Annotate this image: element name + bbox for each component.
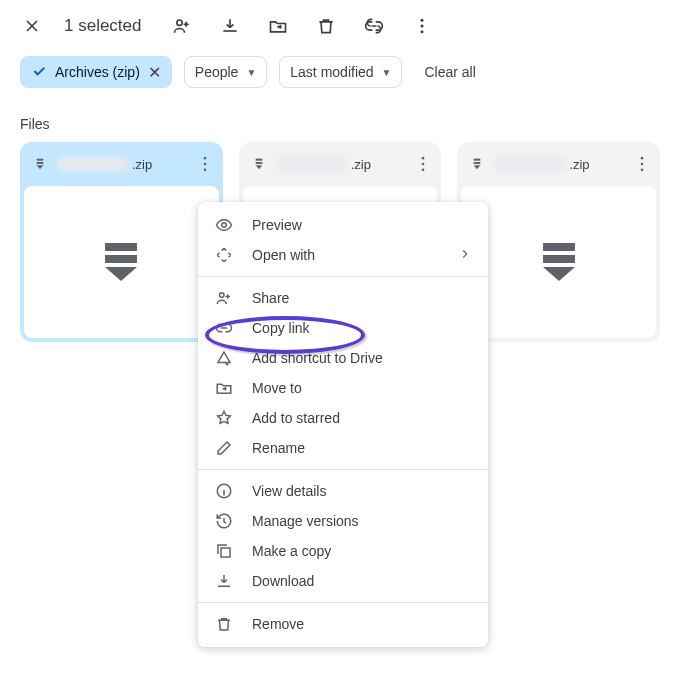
link-icon (214, 318, 234, 338)
chip-clear-icon[interactable]: ✕ (148, 63, 161, 82)
caret-down-icon: ▼ (382, 67, 392, 78)
context-menu: Preview Open with Share Copy link Add sh… (198, 202, 488, 647)
file-more-icon[interactable] (195, 154, 215, 174)
files-section-label: Files (0, 96, 680, 142)
menu-label: Copy link (252, 320, 310, 336)
menu-label: Add to starred (252, 410, 340, 426)
svg-rect-16 (474, 159, 481, 161)
file-name: .zip (277, 157, 404, 172)
file-more-icon[interactable] (413, 154, 433, 174)
svg-rect-11 (255, 162, 262, 164)
svg-rect-25 (221, 548, 230, 557)
menu-copy-link[interactable]: Copy link (198, 313, 488, 343)
check-icon (31, 63, 47, 82)
filter-chip-people-label: People (195, 64, 239, 80)
svg-point-14 (422, 163, 425, 166)
svg-point-19 (641, 157, 644, 160)
download-icon[interactable] (218, 14, 242, 38)
svg-point-0 (176, 20, 181, 25)
menu-label: View details (252, 483, 326, 499)
chevron-right-icon (458, 247, 472, 264)
file-more-icon[interactable] (632, 154, 652, 174)
menu-make-copy[interactable]: Make a copy (198, 536, 488, 566)
redacted-name (58, 157, 128, 171)
more-icon[interactable] (410, 14, 434, 38)
selected-count: 1 selected (64, 16, 142, 36)
menu-rename[interactable]: Rename (198, 433, 488, 463)
svg-rect-5 (37, 162, 44, 164)
file-ext: .zip (132, 157, 152, 172)
menu-label: Move to (252, 380, 302, 396)
eye-icon (214, 215, 234, 235)
menu-share[interactable]: Share (198, 283, 488, 313)
caret-down-icon: ▼ (246, 67, 256, 78)
file-card[interactable]: .zip (20, 142, 223, 342)
filter-chip-people[interactable]: People ▼ (184, 56, 268, 88)
file-thumbnail (24, 186, 219, 338)
menu-label: Rename (252, 440, 305, 456)
menu-label: Remove (252, 616, 304, 632)
menu-label: Add shortcut to Drive (252, 350, 383, 366)
file-ext: .zip (569, 157, 589, 172)
trash-icon (214, 614, 234, 634)
svg-rect-4 (37, 159, 44, 161)
folder-move-icon (214, 378, 234, 398)
file-name: .zip (495, 157, 622, 172)
menu-move-to[interactable]: Move to (198, 373, 488, 403)
menu-manage-versions[interactable]: Manage versions (198, 506, 488, 536)
svg-point-7 (203, 157, 206, 160)
svg-point-13 (422, 157, 425, 160)
menu-view-details[interactable]: View details (198, 476, 488, 506)
pencil-icon (214, 438, 234, 458)
zip-filetype-icon (32, 156, 48, 172)
menu-label: Make a copy (252, 543, 331, 559)
download-icon (214, 571, 234, 591)
svg-marker-18 (474, 165, 481, 169)
selection-toolbar: 1 selected (0, 0, 680, 46)
redacted-name (495, 157, 565, 171)
menu-open-with[interactable]: Open with (198, 240, 488, 270)
menu-label: Manage versions (252, 513, 359, 529)
menu-add-shortcut[interactable]: Add shortcut to Drive (198, 343, 488, 373)
filter-chip-modified-label: Last modified (290, 64, 373, 80)
svg-point-22 (222, 223, 227, 228)
share-person-icon[interactable] (170, 14, 194, 38)
menu-label: Preview (252, 217, 302, 233)
svg-marker-6 (37, 165, 44, 169)
close-selection-icon[interactable] (20, 14, 44, 38)
file-name: .zip (58, 157, 185, 172)
menu-label: Download (252, 573, 314, 589)
link-icon[interactable] (362, 14, 386, 38)
svg-rect-17 (474, 162, 481, 164)
svg-marker-12 (255, 165, 262, 169)
svg-point-8 (203, 163, 206, 166)
file-card-header: .zip (239, 142, 442, 186)
menu-label: Share (252, 290, 289, 306)
info-icon (214, 481, 234, 501)
move-to-icon[interactable] (266, 14, 290, 38)
menu-add-starred[interactable]: Add to starred (198, 403, 488, 433)
filter-chip-type[interactable]: Archives (zip) ✕ (20, 56, 172, 88)
zip-glyph-icon (543, 243, 575, 281)
menu-remove[interactable]: Remove (198, 609, 488, 639)
history-icon (214, 511, 234, 531)
svg-point-15 (422, 169, 425, 172)
zip-filetype-icon (469, 156, 485, 172)
menu-download[interactable]: Download (198, 566, 488, 596)
menu-preview[interactable]: Preview (198, 210, 488, 240)
filter-bar: Archives (zip) ✕ People ▼ Last modified … (0, 46, 680, 96)
svg-rect-10 (255, 159, 262, 161)
clear-all-button[interactable]: Clear all (414, 64, 475, 80)
zip-glyph-icon (105, 243, 137, 281)
trash-icon[interactable] (314, 14, 338, 38)
filter-chip-modified[interactable]: Last modified ▼ (279, 56, 402, 88)
file-card-header: .zip (457, 142, 660, 186)
zip-filetype-icon (251, 156, 267, 172)
file-thumbnail (461, 186, 656, 338)
share-icon (214, 288, 234, 308)
svg-point-2 (420, 25, 423, 28)
menu-separator (198, 602, 488, 603)
svg-point-3 (420, 30, 423, 33)
svg-point-21 (641, 169, 644, 172)
file-ext: .zip (351, 157, 371, 172)
